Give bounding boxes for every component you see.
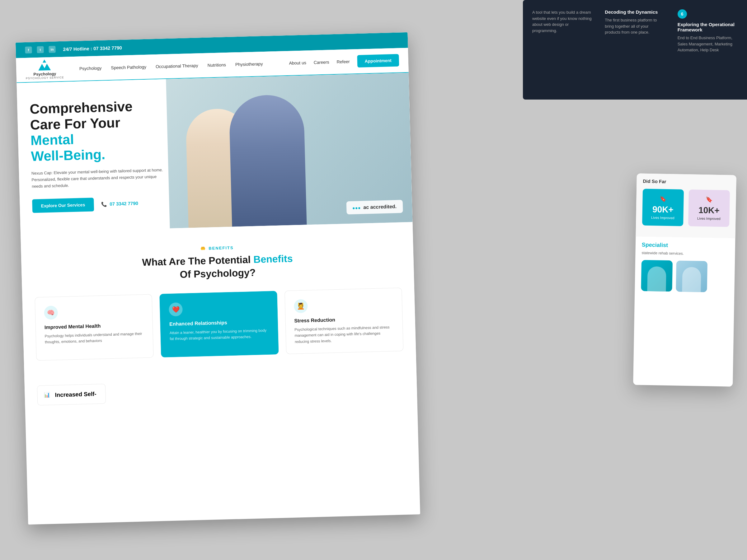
phone-number: 07 3342 7790 bbox=[109, 201, 138, 207]
dark-card-text-3: End to End Business Platform, Sales Mana… bbox=[677, 35, 738, 53]
did-so-far-title: Did So Far bbox=[643, 179, 730, 185]
hero-description: Nexus Cap: Elevate your mental well-bein… bbox=[31, 167, 169, 190]
avatar-face-2 bbox=[676, 261, 707, 292]
benefit-icon-3: 💆 bbox=[294, 299, 308, 313]
benefit-card-1: 🧠 Improved Mental Health Psychology help… bbox=[34, 294, 154, 361]
stat-number-2: 10K+ bbox=[693, 205, 725, 216]
hero-section: Comprehensive Care For Your Mental Well-… bbox=[17, 73, 412, 232]
dark-background-card: A tool that lets you build a dream websi… bbox=[523, 0, 747, 100]
accredited-text: ac accredited. bbox=[363, 204, 396, 210]
benefits-icon: 🤲 bbox=[201, 246, 206, 251]
specialist-desc: statewide rehab services. bbox=[642, 251, 729, 257]
stats-row: 🔖 90K+ Lives Improved 🔖 10K+ Lives Impro… bbox=[642, 189, 730, 227]
stat-number-1: 90K+ bbox=[647, 205, 679, 215]
accredited-badge: ac accredited. bbox=[346, 200, 403, 214]
dark-card-title-2: Decoding the Dynamics bbox=[605, 9, 665, 15]
hero-content: Comprehensive Care For Your Mental Well-… bbox=[17, 79, 182, 232]
dark-card-text-2: The first business platform to bring tog… bbox=[605, 17, 665, 35]
nav-right: About us Careers Refeer Appointment bbox=[289, 54, 399, 70]
stat-label-2: Lives Improved bbox=[693, 216, 724, 220]
benefits-title: What Are The Potential Benefits Of Psych… bbox=[34, 249, 402, 285]
avatar-2 bbox=[676, 261, 707, 292]
benefit-title-1: Improved Mental Health bbox=[45, 322, 144, 330]
nav-psychology[interactable]: Psychology bbox=[79, 65, 102, 71]
stat-box-1: 🔖 90K+ Lives Improved bbox=[642, 189, 684, 226]
nav-refeer[interactable]: Refeer bbox=[336, 59, 350, 64]
benefits-label-text: BENEFITS bbox=[209, 245, 234, 251]
stat-label-1: Lives Improved bbox=[647, 216, 678, 220]
person-2 bbox=[229, 94, 307, 227]
hero-actions: Explore Our Services 📞 07 3342 7790 bbox=[32, 196, 169, 213]
increased-card: 📊 Increased Self- bbox=[37, 383, 106, 405]
nav-occupational-therapy[interactable]: Occupational Therapy bbox=[156, 63, 198, 69]
nav-speech-pathology[interactable]: Speech Pathology bbox=[111, 64, 146, 70]
nav-physiotherapy[interactable]: Physiotherapy bbox=[235, 61, 263, 67]
specialist-title: Specialist bbox=[642, 242, 729, 250]
benefits-title-1: What Are The Potential bbox=[142, 254, 254, 268]
dot-2 bbox=[356, 207, 357, 209]
dark-card-col-3: 6 Exploring the Operational Framework En… bbox=[677, 9, 738, 90]
dark-card-col-1: A tool that lets you build a dream websi… bbox=[532, 9, 592, 90]
benefit-title-3: Stress Reduction bbox=[294, 316, 394, 324]
dot-1 bbox=[353, 207, 355, 209]
benefit-desc-3: Psychological techniques such as mindful… bbox=[294, 324, 394, 345]
dot-3 bbox=[358, 207, 360, 209]
nav-about[interactable]: About us bbox=[289, 60, 306, 65]
benefit-icon-2: ❤️ bbox=[169, 302, 183, 316]
avatar-1 bbox=[641, 260, 673, 292]
increased-icon: 📊 bbox=[44, 392, 50, 398]
benefits-title-2: Of Psychology? bbox=[180, 267, 256, 280]
hero-title-line3: Well-Being. bbox=[31, 146, 105, 164]
badge-number: 6 bbox=[677, 9, 687, 19]
bookmark-icon-1: 🔖 bbox=[647, 195, 678, 203]
logo: Psychology PSYCHOLOGY SERVICE bbox=[25, 59, 64, 80]
avatar-face-1 bbox=[641, 260, 673, 292]
benefit-title-2: Enhanced Relationships bbox=[169, 319, 269, 327]
dark-card-text-1: A tool that lets you build a dream websi… bbox=[532, 9, 592, 34]
nav-links: Psychology Speech Pathology Occupational… bbox=[79, 61, 289, 71]
hero-title-line2: Care For Your bbox=[30, 115, 121, 133]
nav-careers[interactable]: Careers bbox=[314, 59, 329, 65]
benefit-desc-1: Psychology helps individuals understand … bbox=[45, 331, 144, 345]
benefits-section: 🤲 BENEFITS What Are The Potential Benefi… bbox=[21, 222, 416, 380]
benefit-icon-1: 🧠 bbox=[44, 306, 58, 320]
phone-link[interactable]: 📞 07 3342 7790 bbox=[101, 201, 138, 207]
dark-card-title-3: Exploring the Operational Framework bbox=[677, 22, 738, 32]
appointment-button[interactable]: Appointment bbox=[357, 54, 399, 68]
avatar-silhouette-2 bbox=[682, 267, 701, 292]
benefits-grid: 🧠 Improved Mental Health Psychology help… bbox=[34, 288, 403, 361]
accredited-dots bbox=[353, 207, 360, 209]
stats-card: Did So Far 🔖 90K+ Lives Improved 🔖 10K+ … bbox=[633, 173, 737, 386]
benefits-title-accent: Benefits bbox=[253, 253, 293, 265]
hero-title-line1: Comprehensive bbox=[30, 99, 133, 117]
specialist-section: Specialist statewide rehab services. bbox=[635, 236, 735, 298]
benefit-card-3: 💆 Stress Reduction Psychological techniq… bbox=[284, 288, 404, 354]
facebook-icon[interactable]: f bbox=[25, 46, 32, 54]
hero-title: Comprehensive Care For Your Mental Well-… bbox=[30, 98, 168, 164]
main-website-card: f t in 24/7 Hotline : 07 3342 7790 Psych… bbox=[16, 32, 420, 525]
did-so-far-section: Did So Far 🔖 90K+ Lives Improved 🔖 10K+ … bbox=[636, 173, 736, 238]
specialist-avatars bbox=[641, 260, 729, 293]
phone-icon: 📞 bbox=[101, 201, 107, 207]
dark-card-col-2: Decoding the Dynamics The first business… bbox=[605, 9, 665, 90]
explore-services-button[interactable]: Explore Our Services bbox=[32, 197, 94, 213]
logo-sub: PSYCHOLOGY SERVICE bbox=[26, 76, 64, 80]
hero-title-accent: Mental bbox=[30, 132, 74, 148]
benefit-card-2: ❤️ Enhanced Relationships Attain a leane… bbox=[160, 291, 279, 357]
twitter-icon[interactable]: t bbox=[37, 46, 44, 53]
bookmark-icon-2: 🔖 bbox=[693, 196, 725, 203]
nav-nutritions[interactable]: Nutritions bbox=[208, 62, 226, 68]
linkedin-icon[interactable]: in bbox=[49, 46, 56, 53]
stat-box-2: 🔖 10K+ Lives Improved bbox=[688, 189, 730, 227]
hotline-text: 24/7 Hotline : 07 3342 7790 bbox=[63, 45, 122, 52]
logo-icon bbox=[38, 59, 51, 71]
increased-title: Increased Self- bbox=[55, 391, 97, 398]
avatar-silhouette-1 bbox=[647, 266, 666, 292]
benefit-desc-2: Attain a leaner, healthier you by focusi… bbox=[170, 328, 269, 342]
hero-image: ac accredited. bbox=[166, 73, 412, 229]
